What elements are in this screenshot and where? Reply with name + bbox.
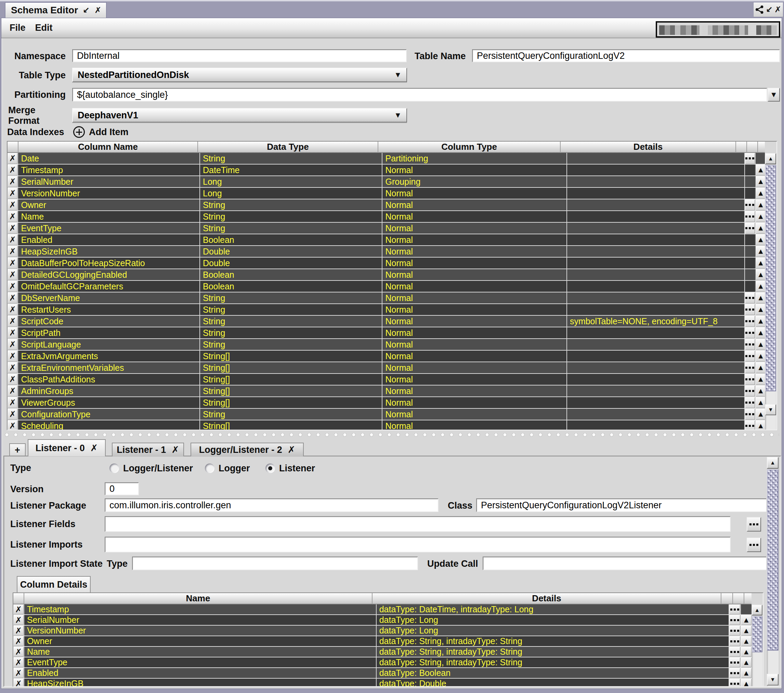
delete-row-button[interactable]: ✗ — [8, 351, 18, 362]
row-ellipsis-button[interactable] — [745, 351, 756, 362]
close-tab-icon[interactable]: ✗ — [171, 444, 179, 455]
scroll-up-button[interactable]: ▲ — [767, 457, 779, 469]
import-state-type-input[interactable] — [132, 556, 418, 570]
cell-column-type[interactable]: Normal — [382, 304, 567, 315]
delete-row-button[interactable]: ✗ — [8, 316, 18, 327]
header-column-type[interactable]: Column Type — [378, 142, 561, 153]
delete-row-button[interactable]: ✗ — [8, 223, 18, 234]
delete-row-button[interactable]: ✗ — [8, 211, 18, 222]
cell-column-type[interactable]: Normal — [382, 316, 567, 327]
cell-details[interactable] — [567, 153, 745, 164]
delete-row-button[interactable]: ✗ — [8, 246, 18, 257]
delete-row-button[interactable]: ✗ — [8, 165, 18, 176]
cell-details[interactable] — [567, 223, 745, 234]
cell-column-name[interactable]: ViewerGroups — [18, 397, 200, 408]
cell-data-type[interactable]: Double — [200, 246, 383, 257]
row-ellipsis-button[interactable] — [729, 657, 741, 667]
row-ellipsis-button[interactable] — [745, 328, 756, 338]
radio-selected-icon[interactable] — [265, 464, 275, 473]
cell-data-type[interactable]: String[] — [200, 397, 383, 408]
tab-logger-listener-2[interactable]: Logger/Listener - 2✗ — [191, 443, 304, 456]
cell-column-name[interactable]: EventType — [18, 223, 200, 234]
header-name[interactable]: Name — [24, 593, 372, 604]
listener-fields-input[interactable] — [105, 516, 731, 532]
cell-column-type[interactable]: Normal — [382, 328, 567, 338]
cell-details[interactable] — [567, 176, 745, 187]
cell-details[interactable] — [567, 188, 745, 199]
update-call-input[interactable] — [483, 556, 768, 570]
cell-data-type[interactable]: String[] — [200, 385, 383, 397]
cell-details[interactable]: dataType: String, intradayType: String — [377, 657, 730, 667]
cell-column-type[interactable]: Normal — [382, 339, 567, 350]
cell-details[interactable] — [567, 269, 745, 280]
tab-listener-0[interactable]: Listener - 0✗ — [28, 439, 106, 456]
cell-column-name[interactable]: Scheduling — [18, 420, 200, 430]
cell-data-type[interactable]: String — [200, 223, 383, 234]
partitioning-dropdown-button[interactable]: ▼ — [768, 88, 780, 102]
cell-data-type[interactable]: String — [200, 316, 383, 327]
cell-column-name[interactable]: Enabled — [18, 234, 200, 245]
row-ellipsis-button[interactable] — [745, 199, 756, 211]
cell-column-type[interactable]: Grouping — [382, 176, 567, 187]
delete-row-button[interactable]: ✗ — [8, 258, 18, 268]
cell-data-type[interactable]: String — [200, 328, 383, 338]
cell-column-name[interactable]: HeapSizeInGB — [18, 246, 200, 257]
cell-data-type[interactable]: String — [200, 211, 383, 222]
cell-details[interactable]: dataType: Boolean — [377, 668, 730, 678]
merge-format-dropdown[interactable]: DeephavenV1 ▼ — [72, 108, 407, 122]
delete-row-button[interactable]: ✗ — [13, 668, 24, 678]
cell-details[interactable] — [567, 339, 745, 350]
cell-data-type[interactable]: Boolean — [200, 234, 383, 245]
cell-details[interactable] — [567, 281, 745, 292]
row-ellipsis-button[interactable] — [729, 668, 741, 678]
delete-row-button[interactable]: ✗ — [13, 626, 24, 635]
cell-details[interactable] — [567, 362, 745, 373]
listener-imports-browse-button[interactable] — [747, 538, 761, 552]
cell-column-type[interactable]: Normal — [382, 165, 567, 176]
cell-details[interactable]: dataType: Long — [377, 615, 730, 625]
cell-column-type[interactable]: Normal — [382, 293, 567, 303]
cell-column-name[interactable]: DataBufferPoolToHeapSizeRatio — [18, 258, 200, 268]
cell-column-type[interactable]: Normal — [382, 362, 567, 373]
cell-data-type[interactable]: Boolean — [200, 281, 383, 292]
cell-name[interactable]: Timestamp — [24, 604, 377, 614]
cell-column-type[interactable]: Normal — [382, 246, 567, 257]
class-input[interactable]: PersistentQueryConfigurationLogV2Listene… — [476, 499, 768, 512]
listener-package-input[interactable]: com.illumon.iris.controller.gen — [105, 499, 438, 512]
delete-row-button[interactable]: ✗ — [8, 362, 18, 373]
close-tab-icon[interactable]: ✗ — [90, 443, 98, 454]
row-moveup-button[interactable]: ▲ — [741, 657, 752, 667]
table-type-dropdown[interactable]: NestedPartitionedOnDisk ▼ — [72, 68, 407, 82]
cell-column-type[interactable]: Normal — [382, 269, 567, 280]
cell-data-type[interactable]: String — [200, 293, 383, 303]
cell-column-type[interactable]: Normal — [382, 199, 567, 211]
cell-column-type[interactable]: Normal — [382, 420, 567, 430]
cell-details[interactable] — [567, 328, 745, 338]
cell-column-name[interactable]: ScriptCode — [18, 316, 200, 327]
cell-column-type[interactable]: Normal — [382, 351, 567, 362]
row-ellipsis-button[interactable] — [745, 374, 756, 385]
cell-data-type[interactable]: String[] — [200, 362, 383, 373]
row-ellipsis-button[interactable] — [745, 153, 756, 164]
cell-name[interactable]: Enabled — [24, 668, 377, 678]
delete-row-button[interactable]: ✗ — [8, 293, 18, 303]
cell-details[interactable] — [567, 246, 745, 257]
delete-row-button[interactable]: ✗ — [13, 647, 24, 657]
header-column-name[interactable]: Column Name — [18, 142, 198, 153]
cell-column-type[interactable]: Normal — [382, 385, 567, 397]
delete-row-button[interactable]: ✗ — [8, 269, 18, 280]
cell-data-type[interactable]: DateTime — [200, 165, 383, 176]
cell-details[interactable] — [567, 420, 745, 430]
radio-option-logger[interactable]: Logger — [205, 463, 250, 474]
radio-option-listener[interactable]: Listener — [265, 463, 315, 474]
row-ellipsis-button[interactable] — [745, 316, 756, 327]
row-ellipsis-button[interactable] — [729, 636, 741, 646]
close-tab-icon[interactable]: ✗ — [288, 444, 296, 455]
row-moveup-button[interactable]: ▲ — [741, 615, 752, 625]
share-icon[interactable] — [755, 5, 764, 14]
cell-column-name[interactable]: VersionNumber — [18, 188, 200, 199]
delete-row-button[interactable]: ✗ — [8, 199, 18, 211]
row-moveup-button[interactable]: ▲ — [741, 647, 752, 657]
row-moveup-button[interactable]: ▲ — [741, 668, 752, 678]
row-ellipsis-button[interactable] — [745, 339, 756, 350]
